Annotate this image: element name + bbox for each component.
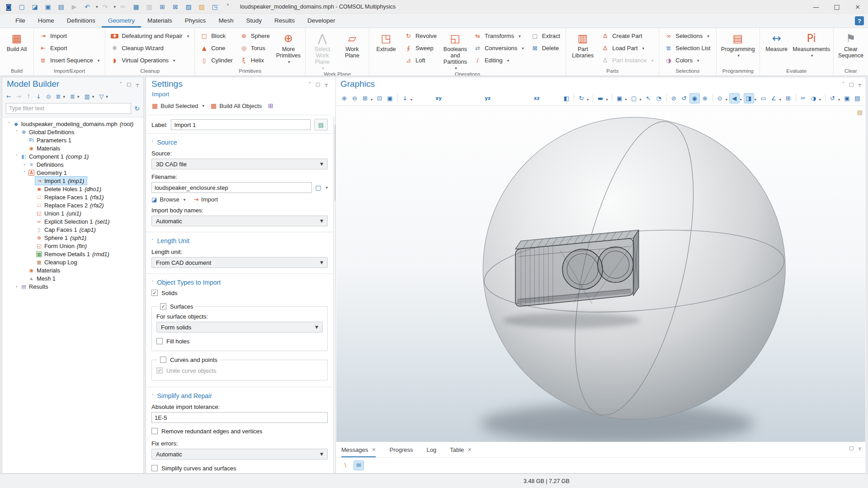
tree-item-parameters-1[interactable]: PiParameters 1 <box>2 136 143 144</box>
move-down-button[interactable]: ↓ <box>36 94 41 99</box>
collapse-all-button[interactable]: ≣▾ <box>56 94 65 99</box>
float-panel-icon[interactable]: ▢ <box>849 446 854 450</box>
redo-caret-icon[interactable]: ▾ <box>114 5 116 9</box>
tolerance-input[interactable] <box>151 412 328 423</box>
file-options-caret-icon[interactable]: ▾ <box>326 185 328 190</box>
pin-panel-icon[interactable]: ┬ <box>858 446 861 450</box>
cut-icon[interactable]: ✂ <box>117 1 129 12</box>
view-xz-icon[interactable]: xz <box>512 93 561 103</box>
tab-progress[interactable]: Progress <box>389 442 413 457</box>
ribbon-work-plane-button[interactable]: ▱Work Plane <box>338 30 367 71</box>
select-domains-caret-icon[interactable]: ▾ <box>625 98 627 102</box>
build-and-update-button[interactable]: ⊞ <box>268 103 274 109</box>
panel-menu-icon[interactable]: ˅ <box>842 82 844 87</box>
open-file-icon[interactable]: ◪ <box>29 1 41 12</box>
ribbon-revolve-button[interactable]: ↻Revolve <box>401 30 440 42</box>
undo-icon[interactable]: ↶ <box>81 1 93 12</box>
surfaces-checkbox[interactable]: Surfaces <box>160 301 193 311</box>
scene-light-icon[interactable]: ▬ <box>595 93 605 103</box>
paint-select-icon[interactable]: ◔ <box>654 93 664 103</box>
section-source[interactable]: ˅Source <box>151 139 328 146</box>
message-settings-icon[interactable]: ✉ <box>354 460 364 470</box>
ribbon-cleanup-wizard-button[interactable]: ✲Cleanup Wizard <box>108 42 192 54</box>
maximize-button[interactable]: □ <box>826 0 847 14</box>
zoom-extents-icon[interactable]: ⊡ <box>374 93 385 103</box>
ribbon-delete-button[interactable]: ⊠Delete <box>528 42 563 54</box>
ribbon-tab-definitions[interactable]: Definitions <box>61 14 102 28</box>
ribbon-defeaturing-and-repair-button[interactable]: ✚Defeaturing and Repair▾ <box>108 30 192 42</box>
ribbon-conversions-button[interactable]: ⇄Conversions▾ <box>471 42 527 54</box>
ribbon-measurements-button[interactable]: PiMeasurements▾ <box>792 30 831 66</box>
ribbon-helix-button[interactable]: ξHelix <box>237 54 273 66</box>
ribbon-clear-sequence-button[interactable]: ⚑Clear Sequence <box>836 30 866 66</box>
ribbon-loft-button[interactable]: ⊿Loft <box>401 54 440 66</box>
tree-item-cleanup-log[interactable]: ▦Cleanup Log <box>2 258 143 266</box>
hide-objects-icon[interactable]: ⊘ <box>669 93 679 103</box>
default-3d-view-icon[interactable]: ◧ <box>561 93 571 103</box>
tree-item-remove-details-1[interactable]: ▨Remove Details 1(rmd1) <box>2 250 143 258</box>
tree-item-mesh-1[interactable]: ▲Mesh 1 <box>2 274 143 282</box>
ribbon-cylinder-button[interactable]: ▯Cylinder <box>197 54 236 66</box>
save-icon[interactable]: ▣ <box>42 1 54 12</box>
ribbon-selection-list-button[interactable]: ≣Selection List <box>661 42 713 54</box>
label-input[interactable] <box>171 119 311 130</box>
ribbon-import-button[interactable]: ⇥Import <box>36 30 103 42</box>
sound-pressure-icon[interactable]: ◀ <box>729 93 740 103</box>
print-icon[interactable]: ▤ <box>852 93 863 103</box>
color-palette-icon[interactable]: ◑ <box>808 93 819 103</box>
ribbon-transforms-button[interactable]: ⇆Transforms▾ <box>471 30 527 42</box>
tree-item-union-1[interactable]: ◱Union 1(uni1) <box>2 209 143 217</box>
tree-toggle-icon[interactable]: ˅ <box>21 170 28 175</box>
orbit-environment-icon[interactable]: ⊙ <box>715 93 725 103</box>
ribbon-select-work-plane-button[interactable]: ⋀Select Work Plane▾ <box>308 30 337 71</box>
tree-toggle-icon[interactable]: › <box>21 162 28 167</box>
tree-toggle-icon[interactable]: ˅ <box>14 154 20 159</box>
tab-table[interactable]: Table✕ <box>450 442 472 457</box>
close-tab-icon[interactable]: ✕ <box>372 447 376 453</box>
fill-holes-checkbox[interactable]: Fill holes <box>156 336 323 346</box>
scene-light-caret-icon[interactable]: ▾ <box>606 98 608 102</box>
ribbon-build-all-button[interactable]: ▦Build All <box>2 30 31 66</box>
customize-toolbar-icon[interactable]: ˅ <box>222 1 234 12</box>
snapshot-icon[interactable]: ▣ <box>842 93 852 103</box>
close-button[interactable]: × <box>847 0 868 14</box>
zoom-box-icon[interactable]: ⊞ <box>360 93 370 103</box>
forward-button[interactable]: → <box>16 94 21 99</box>
browse-button[interactable]: ◪ Browse▾ <box>151 196 185 203</box>
expand-all-button[interactable]: ≣▾ <box>70 94 79 99</box>
ribbon-load-part-button[interactable]: ∆Load Part▾ <box>598 42 656 54</box>
tree-item-import-1[interactable]: ⇥Import 1(imp1) <box>2 177 143 185</box>
view-hidden-only-icon[interactable]: ⊗ <box>700 93 710 103</box>
rotate-view-caret-icon[interactable]: ▾ <box>587 98 589 102</box>
color-palette-caret-icon[interactable]: ▾ <box>819 98 821 102</box>
select-objects-icon[interactable]: ↖ <box>643 93 654 103</box>
zoom-out-icon[interactable]: ⊖ <box>349 93 360 103</box>
tree-toggle-icon[interactable]: › <box>14 284 20 289</box>
close-tab-icon[interactable]: ✕ <box>467 447 472 453</box>
import-body-names-select[interactable]: Automatic▼ <box>151 216 328 226</box>
run-icon[interactable]: ▶ <box>68 1 80 12</box>
tab-log[interactable]: Log <box>427 442 437 457</box>
tree-item-definitions[interactable]: ›≡Definitions <box>2 160 143 169</box>
sound-pressure-caret-icon[interactable]: ▾ <box>740 98 742 102</box>
pin-panel-icon[interactable]: ┬ <box>858 82 861 87</box>
duplicate-icon[interactable]: ⊞ <box>156 1 168 12</box>
section-simplify-repair[interactable]: ˅Simplify and Repair <box>151 392 328 399</box>
select-domains-icon[interactable]: ▣ <box>614 93 625 103</box>
ribbon-booleans-and-partitions-button[interactable]: ◱Booleans and Partitions▾ <box>441 30 470 71</box>
tree-item-explicit-selection-1[interactable]: ∞Explicit Selection 1(sel1) <box>2 217 143 225</box>
ribbon-extract-button[interactable]: ▢Extract <box>528 30 563 42</box>
ribbon-create-part-button[interactable]: ∆Create Part <box>598 30 656 42</box>
tree-item-replace-faces-2[interactable]: □Replace Faces 2(rfa2) <box>2 201 143 209</box>
environment-box-icon[interactable]: ▭ <box>758 93 769 103</box>
save-as-icon[interactable]: ▤ <box>55 1 67 12</box>
model-tree-nodes-button[interactable]: ▥▾ <box>84 94 94 99</box>
source-select[interactable]: 3D CAD file▼ <box>151 159 328 169</box>
section-length-unit[interactable]: ˅Length Unit <box>151 237 328 244</box>
view-axes-icon[interactable]: ∠ <box>769 93 779 103</box>
tree-item-form-union[interactable]: ◱Form Union(fin) <box>2 242 143 250</box>
tree-item-cap-faces-1[interactable]: ▯Cap Faces 1(cap1) <box>2 225 143 234</box>
update-view-icon[interactable]: ↺ <box>827 93 838 103</box>
length-unit-select[interactable]: From CAD document▼ <box>151 257 328 268</box>
material-rendering-caret-icon[interactable]: ▾ <box>755 98 756 102</box>
